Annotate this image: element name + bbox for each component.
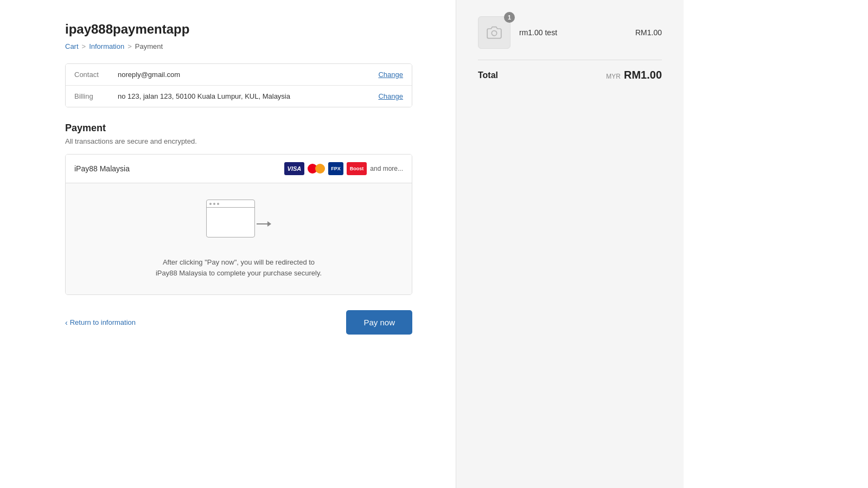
- total-amount: RM1.00: [624, 69, 662, 81]
- info-box: Contact noreply@gmail.com Change Billing…: [65, 63, 412, 107]
- billing-label: Billing: [74, 92, 118, 100]
- payment-icons: VISA FPX Boost and more...: [284, 162, 403, 175]
- payment-subtitle: All transactions are secure and encrypte…: [65, 137, 412, 145]
- visa-icon: VISA: [284, 162, 305, 175]
- breadcrumb-information[interactable]: Information: [89, 42, 124, 50]
- total-label: Total: [478, 70, 498, 80]
- return-to-information-link[interactable]: ‹ Return to information: [65, 318, 136, 327]
- billing-value: no 123, jalan 123, 50100 Kuala Lumpur, K…: [118, 92, 378, 100]
- item-image-wrap: 1: [478, 16, 510, 49]
- payment-redirect-box: After clicking "Pay now", you will be re…: [66, 183, 412, 294]
- bottom-actions: ‹ Return to information Pay now: [65, 310, 412, 335]
- breadcrumb-sep2: >: [127, 42, 132, 50]
- browser-illustration: [206, 200, 271, 248]
- chevron-left-icon: ‹: [65, 318, 68, 327]
- redirect-arrow: [257, 221, 271, 227]
- svg-point-0: [492, 31, 496, 36]
- payment-method-name: iPay88 Malaysia: [74, 164, 130, 173]
- more-text: and more...: [370, 165, 403, 172]
- breadcrumb-cart[interactable]: Cart: [65, 42, 79, 50]
- pay-now-button[interactable]: Pay now: [346, 310, 412, 335]
- billing-row: Billing no 123, jalan 123, 50100 Kuala L…: [66, 85, 412, 107]
- store-title: ipay888paymentapp: [65, 22, 412, 37]
- breadcrumb-payment: Payment: [135, 42, 163, 50]
- payment-method-header[interactable]: iPay88 Malaysia VISA FPX Boost and more.…: [66, 155, 412, 183]
- payment-title: Payment: [65, 123, 412, 134]
- contact-change-link[interactable]: Change: [378, 70, 403, 79]
- right-panel: 1 rm1.00 test RM1.00 Total MYR RM1.00: [456, 0, 684, 488]
- breadcrumb: Cart > Information > Payment: [65, 42, 412, 50]
- item-name: rm1.00 test: [519, 28, 627, 37]
- boost-icon: Boost: [347, 162, 367, 175]
- contact-value: noreply@gmail.com: [118, 70, 378, 79]
- redirect-text: After clicking "Pay now", you will be re…: [152, 257, 326, 278]
- fpx-icon: FPX: [328, 162, 343, 175]
- contact-label: Contact: [74, 70, 118, 79]
- camera-icon: [487, 25, 502, 40]
- total-amount-wrap: MYR RM1.00: [606, 69, 662, 81]
- breadcrumb-sep1: >: [82, 42, 86, 50]
- return-link-label: Return to information: [70, 318, 136, 326]
- left-panel: ipay888paymentapp Cart > Information > P…: [0, 0, 456, 488]
- item-quantity-badge: 1: [504, 12, 515, 23]
- browser-titlebar: [207, 200, 254, 208]
- browser-dot-1: [209, 203, 212, 205]
- item-price: RM1.00: [635, 28, 662, 37]
- browser-dot-3: [217, 203, 219, 205]
- total-row: Total MYR RM1.00: [478, 60, 662, 81]
- browser-window: [206, 200, 255, 237]
- mastercard-icon: [308, 163, 325, 174]
- payment-methods: iPay88 Malaysia VISA FPX Boost and more.…: [65, 154, 412, 295]
- order-item: 1 rm1.00 test RM1.00: [478, 16, 662, 49]
- contact-row: Contact noreply@gmail.com Change: [66, 64, 412, 85]
- browser-dot-2: [213, 203, 215, 205]
- billing-change-link[interactable]: Change: [378, 92, 403, 100]
- total-currency: MYR: [606, 73, 621, 80]
